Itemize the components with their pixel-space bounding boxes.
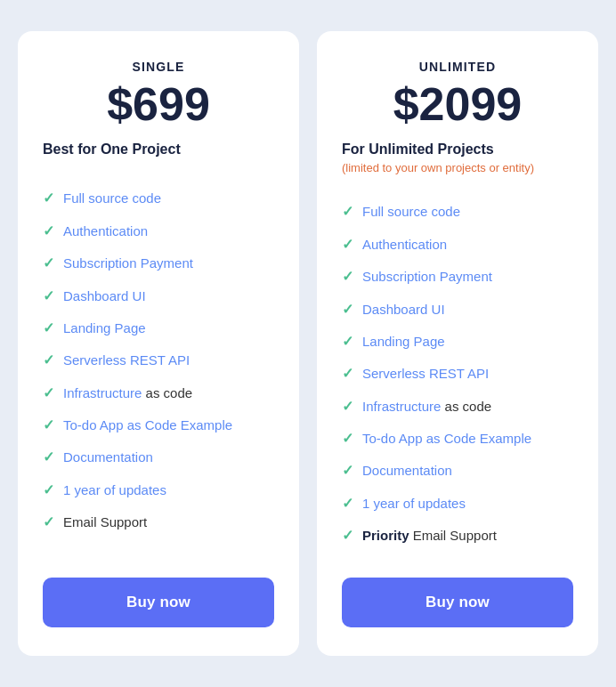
feature-link-text: Dashboard UI: [63, 288, 146, 303]
feature-text: Infrastructure as code: [362, 397, 491, 416]
feature-link-text: Authentication: [63, 223, 148, 238]
list-item: ✓Landing Page: [342, 326, 573, 358]
feature-link-text: Dashboard UI: [362, 302, 445, 317]
check-icon: ✓: [342, 429, 353, 449]
feature-text: 1 year of updates: [63, 481, 166, 499]
feature-link-text: Full source code: [362, 204, 460, 219]
check-icon: ✓: [342, 235, 353, 255]
plan-description: Best for One Project: [43, 141, 274, 158]
feature-text: To-do App as Code Example: [63, 416, 232, 434]
feature-text: Infrastructure as code: [63, 384, 192, 402]
feature-link-text: Landing Page: [362, 334, 445, 349]
feature-text: Subscription Payment: [362, 267, 492, 286]
feature-link-text: To-do App as Code Example: [362, 431, 531, 446]
feature-text: Landing Page: [63, 319, 146, 337]
feature-text: Authentication: [63, 222, 148, 240]
feature-text: Subscription Payment: [63, 254, 193, 272]
feature-link-text: Subscription Payment: [63, 255, 193, 271]
check-icon: ✓: [342, 364, 353, 384]
check-icon: ✓: [43, 351, 54, 370]
list-item: ✓Full source code: [342, 196, 573, 228]
check-icon: ✓: [342, 267, 353, 287]
feature-text: Priority Email Support: [362, 526, 497, 545]
list-item: ✓Serverless REST API: [342, 358, 573, 390]
plan-name: SINGLE: [43, 60, 274, 74]
check-icon: ✓: [342, 332, 353, 352]
feature-text: Email Support: [63, 513, 147, 531]
feature-text: Documentation: [362, 461, 452, 480]
list-item: ✓Email Support: [43, 506, 274, 538]
plan-price: $2099: [342, 81, 573, 127]
feature-link-text: To-do App as Code Example: [63, 417, 232, 432]
list-item: ✓Priority Email Support: [342, 520, 573, 552]
feature-link-text: Infrastructure: [362, 399, 441, 414]
list-item: ✓To-do App as Code Example: [342, 423, 573, 455]
check-icon: ✓: [43, 189, 54, 208]
list-item: ✓Serverless REST API: [43, 344, 274, 376]
feature-text: Landing Page: [362, 332, 445, 351]
list-item: ✓Authentication: [43, 215, 274, 247]
feature-text: To-do App as Code Example: [362, 429, 531, 448]
buy-now-button-unlimited[interactable]: Buy now: [342, 578, 573, 627]
check-icon: ✓: [342, 494, 353, 513]
feature-link-text: Infrastructure: [63, 385, 142, 400]
feature-text: Full source code: [63, 189, 161, 207]
list-item: ✓Infrastructure as code: [43, 377, 274, 409]
check-icon: ✓: [342, 202, 353, 222]
feature-link-text: 1 year of updates: [63, 482, 166, 497]
feature-link-text: 1 year of updates: [362, 496, 466, 511]
feature-link-text: Landing Page: [63, 320, 146, 335]
list-item: ✓Infrastructure as code: [342, 391, 573, 423]
pricing-card-single: SINGLE$699Best for One Project✓Full sour…: [18, 31, 299, 655]
feature-text: Full source code: [362, 202, 460, 221]
feature-text: Serverless REST API: [63, 351, 190, 369]
list-item: ✓1 year of updates: [342, 488, 573, 520]
check-icon: ✓: [43, 287, 54, 306]
feature-text: 1 year of updates: [362, 494, 466, 513]
list-item: ✓Full source code: [43, 182, 274, 214]
pricing-container: SINGLE$699Best for One Project✓Full sour…: [18, 31, 598, 655]
feature-link-text: Subscription Payment: [362, 269, 492, 284]
feature-link-text: Serverless REST API: [63, 352, 190, 368]
feature-link-text: Authentication: [362, 237, 447, 252]
list-item: ✓Subscription Payment: [342, 261, 573, 293]
check-icon: ✓: [342, 461, 353, 481]
feature-link-text: Full source code: [63, 190, 161, 206]
list-item: ✓Dashboard UI: [43, 280, 274, 312]
check-icon: ✓: [342, 526, 353, 546]
feature-text: Dashboard UI: [63, 287, 146, 305]
feature-bold: Priority: [362, 528, 409, 543]
feature-link-text: Documentation: [362, 463, 452, 478]
check-icon: ✓: [342, 300, 353, 319]
features-list: ✓Full source code✓Authentication✓Subscri…: [342, 196, 573, 552]
feature-text: Documentation: [63, 448, 153, 466]
check-icon: ✓: [43, 416, 54, 435]
feature-text: Authentication: [362, 235, 447, 254]
check-icon: ✓: [43, 481, 54, 500]
feature-text: Serverless REST API: [362, 364, 489, 383]
check-icon: ✓: [43, 319, 54, 338]
check-icon: ✓: [43, 448, 54, 467]
plan-price: $699: [43, 81, 274, 127]
list-item: ✓Authentication: [342, 229, 573, 261]
plan-subtitle: (limited to your own projects or entity): [342, 161, 573, 174]
list-item: ✓Documentation: [43, 441, 274, 473]
list-item: ✓Documentation: [342, 455, 573, 487]
pricing-card-unlimited: UNLIMITED$2099For Unlimited Projects(lim…: [317, 31, 598, 655]
feature-link-text: Serverless REST API: [362, 366, 489, 381]
feature-text: Dashboard UI: [362, 300, 445, 319]
check-icon: ✓: [43, 384, 54, 403]
list-item: ✓Landing Page: [43, 312, 274, 344]
check-icon: ✓: [342, 397, 353, 416]
feature-link-text: Documentation: [63, 449, 153, 465]
plan-description: For Unlimited Projects: [342, 141, 573, 158]
buy-now-button-single[interactable]: Buy now: [43, 578, 274, 627]
plan-name: UNLIMITED: [342, 60, 573, 74]
check-icon: ✓: [43, 222, 54, 241]
list-item: ✓Subscription Payment: [43, 247, 274, 279]
check-icon: ✓: [43, 513, 54, 532]
list-item: ✓To-do App as Code Example: [43, 409, 274, 441]
list-item: ✓Dashboard UI: [342, 294, 573, 326]
check-icon: ✓: [43, 254, 54, 273]
list-item: ✓1 year of updates: [43, 474, 274, 506]
